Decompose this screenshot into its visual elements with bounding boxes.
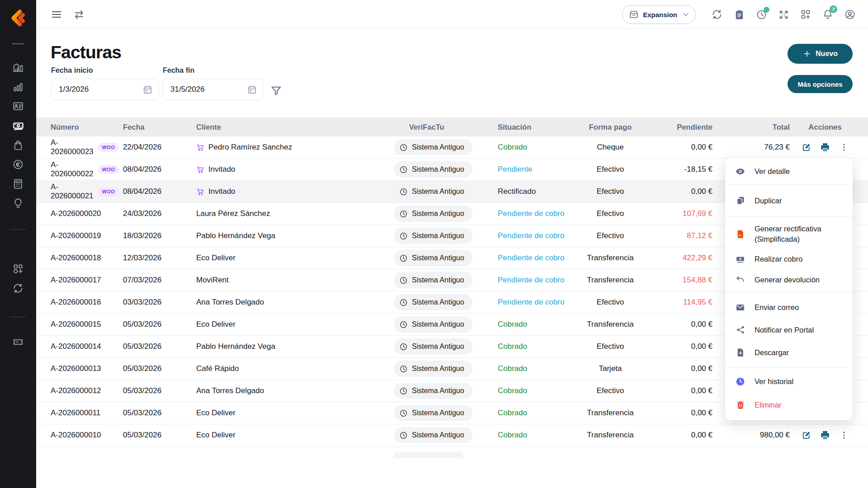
woo-badge: WOO — [98, 165, 119, 174]
sidebar-item-sales[interactable] — [9, 119, 28, 132]
total-amount-cell: 76,23 € — [715, 143, 793, 152]
end-date-input[interactable]: 31/5/2026 — [163, 79, 263, 100]
new-invoice-button[interactable]: Nuevo — [788, 44, 853, 64]
filter-button[interactable] — [270, 84, 283, 98]
menu-toggle-button[interactable] — [51, 9, 62, 20]
sidebar-item-banking[interactable] — [9, 158, 28, 171]
end-date-value: 31/5/2026 — [170, 85, 205, 94]
end-date-label: Fecha fin — [163, 66, 194, 75]
topbar-tasks-button[interactable] — [733, 8, 745, 21]
menu-item-realizar-cobro[interactable]: Realizar cobro — [725, 249, 853, 269]
sidebar-item-contacts[interactable] — [9, 100, 28, 113]
total-amount-cell: 980,00 € — [715, 431, 793, 440]
payment-method-cell: Transferencia — [583, 408, 637, 418]
status-label: Cobrado — [498, 364, 527, 373]
verifactu-cell: Sistema Antiguo — [387, 272, 481, 288]
user-circle-icon — [844, 9, 856, 20]
sidebar-item-accounting[interactable] — [9, 178, 28, 190]
invoice-date-cell: 05/03/2026 — [118, 431, 190, 440]
topbar-time-tracking-button[interactable] — [755, 8, 768, 21]
swap-view-button[interactable] — [73, 9, 85, 20]
print-invoice-button[interactable] — [819, 429, 831, 441]
drawer-icon — [628, 9, 639, 20]
edit-icon — [801, 430, 811, 441]
pending-amount: 114,95 € — [683, 298, 712, 306]
notification-count-badge: 7 — [830, 5, 837, 13]
invoice-row[interactable]: A-2026000023WOO22/04/2026Pedro Ramírez S… — [36, 136, 868, 159]
column-header-5: Forma pago — [583, 123, 637, 131]
invoice-number-cell: A-2026000015 — [36, 320, 118, 329]
menu-item-generar-devoluci-n[interactable]: Generar devolución — [725, 269, 853, 290]
menu-item-label: Enviar correo — [755, 303, 799, 312]
topbar-fullscreen-button[interactable] — [777, 8, 790, 21]
calendar-icon[interactable] — [247, 84, 257, 95]
pending-amount-cell: -18,15 € — [637, 165, 715, 174]
sidebar-item-sync[interactable] — [9, 282, 28, 295]
print-invoice-button[interactable] — [819, 141, 831, 153]
status-label: Pendiente de cobro — [498, 209, 564, 218]
menu-item-ver-detalle[interactable]: Ver detalle — [725, 160, 853, 182]
menu-item-ver-historial[interactable]: Ver historial — [725, 370, 853, 393]
table-header-row: NúmeroFechaClienteVeriFacTuSituaciónForm… — [36, 117, 868, 136]
pending-amount: 422,29 € — [683, 253, 712, 262]
menu-item-enviar-correo[interactable]: Enviar correo — [725, 296, 853, 319]
sidebar-item-tickets[interactable] — [9, 336, 28, 348]
print-icon — [820, 430, 830, 441]
sidebar-item-dashboard[interactable] — [9, 61, 28, 74]
topbar-apps-button[interactable] — [799, 8, 812, 21]
menu-item-descargar[interactable]: Descargar — [725, 341, 853, 364]
verifactu-pill: Sistema Antiguo — [394, 405, 472, 421]
pending-amount: 0,00 € — [691, 386, 712, 395]
verifactu-label: Sistema Antiguo — [412, 165, 464, 174]
menu-item-notificar-en-portal[interactable]: Notificar en Portal — [725, 319, 853, 341]
invoice-number-cell: A-2026000012 — [36, 386, 118, 395]
company-name: Expansion — [643, 11, 677, 19]
woo-badge: WOO — [98, 143, 119, 152]
menu-item-generar-rectificativa-simplificada[interactable]: Generar rectificativa (Simplificada) — [725, 220, 853, 249]
topbar-refresh-button[interactable] — [711, 8, 723, 21]
verifactu-pill: Sistema Antiguo — [394, 361, 472, 377]
client-name: Pablo Hernández Vega — [196, 231, 275, 240]
brand-k-icon — [9, 9, 27, 27]
cash-icon — [735, 254, 745, 264]
sidebar-item-ideas[interactable] — [9, 197, 28, 210]
row-more-actions-button[interactable] — [838, 141, 850, 153]
verifactu-pill: Sistema Antiguo — [394, 383, 472, 399]
company-switcher[interactable]: Expansion — [622, 5, 696, 24]
menu-item-label: Realizar cobro — [755, 255, 802, 263]
pending-amount: 0,00 € — [691, 408, 712, 417]
sidebar-item-apps[interactable] — [9, 263, 28, 275]
payment-method-cell: Efectivo — [583, 342, 637, 351]
status-label: Pendiente de cobro — [498, 231, 564, 240]
payment-method-cell: Cheque — [583, 143, 637, 152]
calendar-icon[interactable] — [142, 84, 153, 95]
menu-item-label: Ver detalle — [755, 167, 790, 176]
sidebar-item-purchases[interactable] — [9, 139, 28, 151]
more-options-button[interactable]: Más opciones — [788, 75, 853, 93]
refresh-icon — [711, 9, 723, 20]
status-cell: Pendiente de cobro — [481, 298, 583, 307]
verifactu-label: Sistema Antiguo — [412, 409, 464, 417]
column-header-0: Número — [36, 123, 118, 131]
grid-plus-icon — [800, 9, 811, 20]
topbar-notifications-button[interactable]: 7 — [821, 8, 834, 21]
start-date-input[interactable]: 1/3/2026 — [51, 79, 159, 100]
sidebar-item-analytics[interactable] — [9, 80, 28, 93]
client-cell: Eco Deliver — [190, 431, 387, 440]
invoice-number: A-2026000020 — [51, 209, 101, 218]
menu-item-eliminar[interactable]: Eliminar — [725, 393, 853, 417]
shopping-bag-icon — [12, 139, 24, 151]
edit-invoice-button[interactable] — [800, 141, 812, 153]
edit-invoice-button[interactable] — [800, 429, 812, 441]
row-more-actions-button[interactable] — [838, 429, 850, 441]
invoice-date-cell: 08/04/2026 — [118, 187, 190, 196]
invoice-number-cell: A-2026000011 — [36, 408, 118, 418]
menu-item-duplicar[interactable]: Duplicar — [725, 190, 853, 211]
payment-method-cell: Tarjeta — [583, 364, 637, 373]
invoice-number-cell: A-2026000017 — [36, 276, 118, 285]
status-cell: Pendiente de cobro — [481, 231, 583, 240]
kebab-icon — [839, 430, 849, 440]
invoice-row[interactable]: A-202600001005/03/2026Eco DeliverSistema… — [36, 424, 868, 446]
menu-item-label: Generar devolución — [755, 276, 820, 284]
topbar-account-button[interactable] — [844, 8, 856, 21]
